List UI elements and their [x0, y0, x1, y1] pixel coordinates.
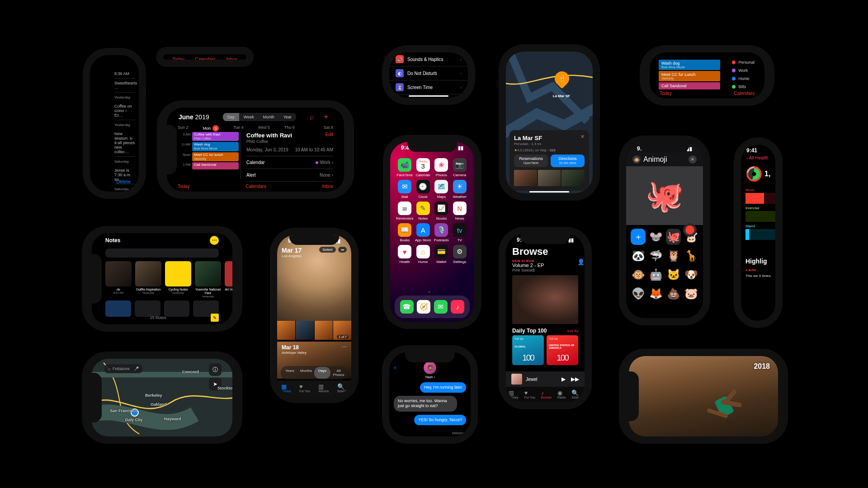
- detail-row[interactable]: CalendarWork ›: [246, 156, 333, 169]
- day-header[interactable]: Tue 4: [233, 125, 244, 131]
- map-info-button[interactable]: ⓘ: [209, 363, 222, 376]
- calendar-event[interactable]: Wash dogBow Wow Meow: [659, 60, 720, 70]
- note-card[interactable]: Cycling NotesYesterday: [165, 261, 191, 298]
- segment-week[interactable]: Week: [239, 113, 259, 121]
- calendars-link[interactable]: Calendars: [195, 57, 216, 60]
- select-button[interactable]: Select: [319, 247, 335, 253]
- map-label[interactable]: Daly City: [125, 418, 143, 422]
- tab-library[interactable]: ▥Library: [509, 390, 518, 399]
- app-phone[interactable]: ☎︎: [400, 300, 414, 314]
- day-header[interactable]: Wed 5: [258, 125, 270, 131]
- legend-item[interactable]: Home: [732, 76, 755, 81]
- tab-search[interactable]: 🔍Search: [337, 384, 347, 393]
- map-label[interactable]: Berkeley: [145, 393, 162, 398]
- note-card[interactable]: Yosemite National ParkYesterday: [195, 261, 221, 298]
- animoji-option[interactable]: 🐱: [666, 267, 681, 283]
- animoji-option[interactable]: 🤖: [648, 267, 663, 283]
- tab-for-you[interactable]: ♥︎For You: [299, 384, 310, 393]
- app-news[interactable]: NNews: [451, 202, 469, 222]
- today-link[interactable]: Today: [178, 184, 190, 189]
- add-animoji-button[interactable]: ＋: [631, 229, 646, 245]
- animoji-option[interactable]: 🐷: [684, 286, 698, 302]
- legend-item[interactable]: Bills: [732, 84, 755, 89]
- app-reminders[interactable]: ≣Reminders: [396, 202, 414, 222]
- tab-search[interactable]: 🔍Search: [571, 390, 581, 399]
- compose-icon[interactable]: ✎: [211, 314, 219, 322]
- now-playing-bar[interactable]: Jewel ▶▶▶: [506, 371, 585, 387]
- note-card[interactable]: de8:41 AM: [105, 261, 132, 298]
- calendars-link[interactable]: Calendars: [245, 184, 266, 189]
- app-weather[interactable]: ☀︎Weather: [451, 180, 469, 201]
- close-icon[interactable]: ✕: [580, 134, 585, 140]
- calendar-event[interactable]: Meet CC for LunchStarbelly: [659, 71, 720, 81]
- map-label[interactable]: Oakland: [151, 402, 167, 407]
- day-header[interactable]: Sun 2: [178, 125, 189, 131]
- calendar-event[interactable]: Wash dogBow Wow Meow: [192, 142, 239, 151]
- map-label[interactable]: Concord: [182, 370, 199, 374]
- detail-row[interactable]: AlertNone ›: [246, 169, 333, 182]
- app-stocks[interactable]: 📈Stocks: [432, 202, 451, 222]
- playlist-card[interactable]: TOP 100GLOBAL100: [512, 335, 544, 365]
- app-app-store[interactable]: AApp Store: [414, 223, 433, 244]
- add-event-icon[interactable]: ＋: [322, 112, 330, 122]
- app-podcasts[interactable]: 🎙️Podcasts: [432, 223, 451, 244]
- calendars-link[interactable]: Calendars: [734, 91, 755, 96]
- map-label[interactable]: Stockton: [217, 386, 232, 390]
- close-icon[interactable]: ✕: [689, 155, 697, 164]
- message-bubble[interactable]: YES! So hungry. Tacos?: [414, 415, 466, 425]
- segment-year[interactable]: Year: [279, 113, 296, 121]
- record-button[interactable]: [683, 223, 697, 237]
- day-header[interactable]: Mon3: [203, 125, 219, 131]
- photo-strip[interactable]: 1 of 7: [277, 321, 351, 340]
- animoji-option[interactable]: 🦒: [684, 248, 698, 264]
- tab-radio[interactable]: ◉Radio: [557, 390, 566, 399]
- see-all-link[interactable]: See All: [567, 329, 578, 333]
- album-hero[interactable]: [512, 275, 578, 324]
- app-safari[interactable]: 🧭: [417, 300, 430, 314]
- app-wallet[interactable]: 💳Wallet: [432, 245, 451, 266]
- segment-all-photos[interactable]: All Photos: [330, 367, 347, 379]
- legend-item[interactable]: Personal: [732, 60, 755, 65]
- animoji-preview[interactable]: 🐙: [626, 166, 703, 225]
- map-label[interactable]: San Francisco: [110, 408, 138, 413]
- day-header[interactable]: Sat 8: [324, 125, 333, 131]
- animoji-option[interactable]: 🐭: [648, 229, 663, 245]
- app-facetime[interactable]: 📹FaceTime: [396, 158, 414, 179]
- today-link[interactable]: Today: [660, 91, 672, 96]
- app-clock[interactable]: 🕘Clock: [414, 180, 433, 201]
- playlist-card[interactable]: TOP 100UNITED STATES OF AMERICA100: [547, 335, 578, 365]
- settings-row[interactable]: ◐Do Not Disturb›: [389, 66, 468, 80]
- list-item[interactable]: 8:36 AM: [114, 69, 135, 79]
- animoji-option[interactable]: 🐵: [631, 267, 646, 283]
- day-header[interactable]: Thu 6: [284, 125, 295, 131]
- message-bubble[interactable]: No worries, me too. Wanna just go straig…: [394, 396, 457, 412]
- animoji-option[interactable]: 🦉: [666, 248, 681, 264]
- app-home[interactable]: ⌂Home: [414, 245, 433, 266]
- list-item[interactable]: New season. s-it-all pieces new collec…: [114, 129, 135, 157]
- list-item[interactable]: Sweethearts …: [114, 79, 135, 93]
- app-maps[interactable]: 🗺️Maps: [432, 180, 451, 201]
- inbox-link[interactable]: Inbox: [322, 184, 333, 189]
- delete-button[interactable]: Delete: [116, 179, 131, 184]
- place-photos[interactable]: [514, 170, 585, 186]
- tab-photos[interactable]: ▦Photos: [281, 384, 291, 393]
- settings-row[interactable]: ⏳Screen Time›: [389, 80, 468, 94]
- message-bubble[interactable]: Hey, I'm running late!: [420, 382, 466, 393]
- search-icon[interactable]: ⌕: [310, 113, 314, 121]
- app-music[interactable]: ♪: [451, 300, 464, 314]
- tab-albums[interactable]: ▥Albums: [318, 384, 329, 393]
- play-icon[interactable]: ▶: [561, 376, 566, 382]
- app-messages[interactable]: ✉︎: [434, 300, 448, 314]
- segment-month[interactable]: Month: [259, 113, 279, 121]
- directions-button[interactable]: Directions16 min drive: [551, 155, 585, 167]
- app-health[interactable]: ♥︎Health: [396, 245, 414, 266]
- animoji-option[interactable]: 🦈: [648, 248, 663, 264]
- calendar-view-segment[interactable]: DayWeekMonthYear: [223, 113, 296, 121]
- inbox-link[interactable]: Inbox: [226, 57, 237, 60]
- mic-icon[interactable]: 🎤: [134, 366, 139, 371]
- album-title[interactable]: Volume 2 - EP: [512, 263, 578, 268]
- segment-days[interactable]: Days: [314, 367, 330, 379]
- animoji-option[interactable]: 👽: [631, 286, 646, 302]
- animoji-option[interactable]: 🐶: [684, 267, 698, 283]
- tab-browse[interactable]: ♪Browse: [541, 390, 552, 399]
